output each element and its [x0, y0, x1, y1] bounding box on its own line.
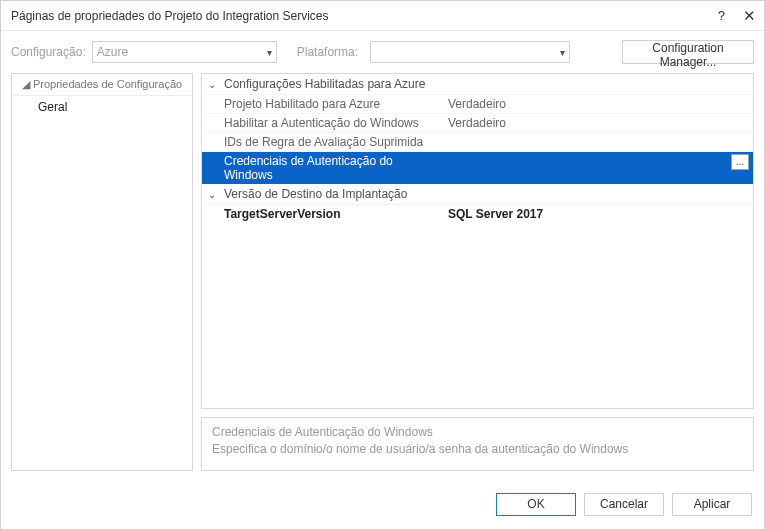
apply-button[interactable]: Aplicar [672, 493, 752, 516]
tree-header[interactable]: ◢ Propriedades de Configuração [12, 74, 192, 96]
close-icon[interactable]: ✕ [743, 7, 756, 25]
platform-label: Plataforma: [297, 45, 358, 59]
cancel-button[interactable]: Cancelar [584, 493, 664, 516]
prop-value [448, 154, 731, 182]
chevron-down-icon: ▾ [560, 47, 565, 58]
window-controls: ? ✕ [718, 7, 756, 25]
tree-pane: ◢ Propriedades de Configuração Geral [11, 73, 193, 471]
title-bar: Páginas de propriedades do Projeto do In… [1, 1, 764, 31]
row-target-server-version[interactable]: TargetServerVersion SQL Server 2017 [202, 204, 753, 223]
ok-button[interactable]: OK [496, 493, 576, 516]
description-text: Especifica o domínio/o nome de usuário/a… [212, 441, 743, 458]
prop-name: TargetServerVersion [224, 207, 448, 221]
ellipsis-button[interactable]: ... [731, 154, 749, 170]
group-azure-header[interactable]: ⌄ Configurações Habilitadas para Azure [202, 74, 753, 94]
dialog-footer: OK Cancelar Aplicar [1, 479, 764, 529]
prop-value: SQL Server 2017 [448, 207, 753, 221]
prop-value [448, 135, 753, 149]
group-versao-header[interactable]: ⌄ Versão de Destino da Implantação [202, 184, 753, 204]
config-value: Azure [97, 45, 128, 59]
prop-value: Verdadeiro [448, 97, 753, 111]
config-label: Configuração: [11, 45, 86, 59]
row-ids-regra[interactable]: IDs de Regra de Avaliação Suprimida [202, 132, 753, 151]
group-versao-label: Versão de Destino da Implantação [224, 187, 407, 201]
description-pane: Credenciais de Autenticação do Windows E… [201, 417, 754, 471]
prop-name: Credenciais de Autenticação do Windows [224, 154, 448, 182]
tree-item-geral[interactable]: Geral [12, 96, 192, 118]
config-toolbar: Configuração: Azure ▾ Plataforma: ▾ Conf… [1, 31, 764, 73]
description-title: Credenciais de Autenticação do Windows [212, 424, 743, 441]
right-pane: ⌄ Configurações Habilitadas para Azure P… [201, 73, 754, 471]
configuration-manager-button[interactable]: Configuration Manager... [622, 40, 754, 64]
dialog-window: Páginas de propriedades do Projeto do In… [0, 0, 765, 530]
body-area: ◢ Propriedades de Configuração Geral ⌄ C… [1, 73, 764, 479]
group-azure-label: Configurações Habilitadas para Azure [224, 77, 425, 91]
window-title: Páginas de propriedades do Projeto do In… [11, 9, 718, 23]
config-combo[interactable]: Azure ▾ [92, 41, 277, 63]
row-credenciais-win[interactable]: Credenciais de Autenticação do Windows .… [202, 151, 753, 184]
help-icon[interactable]: ? [718, 8, 725, 23]
chevron-down-icon: ⌄ [208, 189, 218, 200]
prop-name: Projeto Habilitado para Azure [224, 97, 448, 111]
platform-combo[interactable]: ▾ [370, 41, 570, 63]
chevron-down-icon: ⌄ [208, 79, 218, 90]
row-projeto-habilitado[interactable]: Projeto Habilitado para Azure Verdadeiro [202, 94, 753, 113]
prop-name: Habilitar a Autenticação do Windows [224, 116, 448, 130]
prop-value: Verdadeiro [448, 116, 753, 130]
property-grid: ⌄ Configurações Habilitadas para Azure P… [201, 73, 754, 409]
prop-name: IDs de Regra de Avaliação Suprimida [224, 135, 448, 149]
chevron-down-icon: ▾ [267, 47, 272, 58]
row-habilitar-auth-win[interactable]: Habilitar a Autenticação do Windows Verd… [202, 113, 753, 132]
